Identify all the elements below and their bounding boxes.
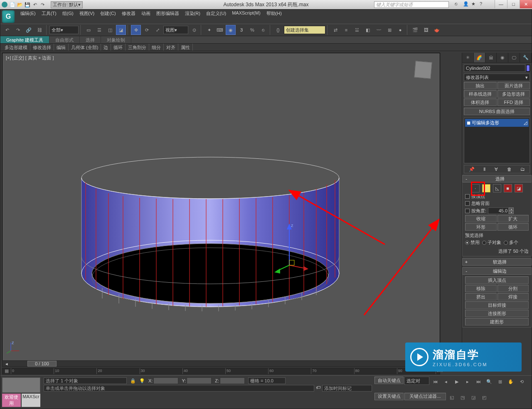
border-level-button[interactable]: ◺: [493, 184, 501, 192]
workspace-selector[interactable]: 工作台: 默认 ▾: [51, 1, 83, 8]
preview-subobj-radio[interactable]: 子对象: [482, 239, 501, 246]
ribbon-item[interactable]: 多边形建模: [2, 44, 30, 51]
ribbon-item[interactable]: 边: [101, 44, 111, 51]
play-icon[interactable]: ▶: [452, 377, 462, 387]
timeslider-prev-icon[interactable]: ◂: [2, 361, 11, 367]
pin-stack-icon[interactable]: 📌: [469, 167, 475, 172]
mod-button[interactable]: 样条线选择: [464, 90, 497, 98]
ribbon-item[interactable]: 修改选择: [30, 44, 54, 51]
show-end-result-icon[interactable]: Ⅱ: [483, 167, 485, 172]
polygon-level-button[interactable]: ■: [504, 184, 512, 192]
scale-button[interactable]: ⤢: [153, 25, 163, 35]
menu-tools[interactable]: 工具(T): [42, 10, 57, 16]
menu-animation[interactable]: 动画: [141, 10, 150, 16]
menu-bar[interactable]: 编辑(E) 工具(T) 组(G) 视图(V) 创建(C) 修改器 动画 图形编辑…: [17, 10, 532, 17]
mod-button[interactable]: 体积选择: [464, 99, 497, 106]
y-coord[interactable]: Y:: [182, 377, 212, 384]
mod-button-nurbs[interactable]: NURBS 曲面选择: [464, 108, 530, 115]
window-crossing-button[interactable]: ◪: [116, 25, 126, 35]
x-coord[interactable]: X:: [148, 377, 178, 384]
align-button[interactable]: ≡: [341, 25, 351, 35]
menu-modifiers[interactable]: 修改器: [122, 10, 135, 16]
ribbon-item[interactable]: 属性: [178, 44, 193, 51]
select-object-button[interactable]: ▭: [84, 25, 94, 35]
spinner-snap-button[interactable]: ⎋: [258, 25, 268, 35]
named-sel-sets-button[interactable]: {}: [273, 25, 283, 35]
rollout-selection-header[interactable]: -选择: [462, 175, 532, 182]
split-button[interactable]: 分割: [498, 285, 529, 292]
menu-create[interactable]: 创建(C): [100, 10, 116, 16]
preview-multi-radio[interactable]: 多个: [504, 239, 518, 246]
close-button[interactable]: ✕: [520, 0, 532, 8]
modify-tab-icon[interactable]: 🌈: [474, 53, 485, 62]
by-vertex-checkbox[interactable]: 按顶点: [465, 193, 529, 200]
exchange-icon[interactable]: ⎋: [455, 1, 461, 8]
select-by-name-button[interactable]: ☰: [94, 25, 104, 35]
shrink-button[interactable]: 收缩: [465, 215, 497, 222]
ribbon-item[interactable]: 对齐: [164, 44, 178, 51]
angle-spinner[interactable]: ▴▾: [488, 207, 514, 214]
add-time-tag[interactable]: 添加时间标记: [322, 385, 372, 392]
lock-icon[interactable]: 🔒: [130, 378, 136, 384]
remove-modifier-icon[interactable]: 🗑: [507, 167, 512, 172]
mod-button[interactable]: 面片选择: [498, 82, 530, 89]
orbit-icon[interactable]: ⟲: [517, 377, 527, 387]
angle-snap-button[interactable]: 3: [236, 25, 246, 35]
open-icon[interactable]: 📂: [17, 1, 23, 8]
maximize-button[interactable]: □: [507, 0, 520, 8]
menu-help[interactable]: 帮助(H): [266, 10, 282, 16]
trackbar-btn[interactable]: ▦: [2, 368, 11, 374]
ref-coord-system[interactable]: 视图 ▾: [163, 26, 188, 34]
ribbon-panel[interactable]: 多边形建模 修改选择 编辑 几何体 (全部) 边 循环 三角剖分 细分 对齐 属…: [0, 44, 532, 51]
ribbon-item[interactable]: 循环: [111, 44, 126, 51]
mod-button[interactable]: 抽出: [464, 82, 497, 89]
ribbon-tabs[interactable]: Graphite 建模工具 自由形式 选择 对象绘制: [0, 36, 532, 44]
rollout-edit-edges-header[interactable]: -编辑边: [462, 267, 532, 275]
select-region-button[interactable]: ◫: [105, 25, 115, 35]
goto-end-icon[interactable]: ⏭: [473, 377, 483, 387]
redo-icon[interactable]: ↷: [39, 1, 46, 8]
rollout-soft-selection-header[interactable]: +软选择: [462, 258, 532, 266]
material-editor-button[interactable]: ●: [395, 25, 405, 35]
create-tab-icon[interactable]: ✳: [462, 53, 474, 62]
z-coord[interactable]: Z:: [215, 377, 245, 384]
weld-button[interactable]: 焊接: [498, 293, 529, 301]
time-slider[interactable]: ◂ 0 / 100: [2, 360, 440, 367]
stack-item-editable-poly[interactable]: ◼ 可编辑多边形◿: [465, 119, 529, 127]
pan-icon[interactable]: ✋: [506, 377, 516, 387]
ring-button[interactable]: 环形: [465, 223, 497, 231]
help-icon[interactable]: ?: [480, 1, 486, 8]
menu-edit[interactable]: 编辑(E): [20, 10, 36, 16]
modifier-list-dropdown[interactable]: 修改器列表▾: [464, 74, 530, 81]
target-weld-button[interactable]: 目标焊接: [465, 301, 529, 309]
selection-filter[interactable]: 全部 ▾: [49, 26, 79, 34]
menu-graph-editors[interactable]: 图形编辑器: [156, 10, 179, 16]
track-bar[interactable]: ▦ 0 10 20 30 40 50 60 70 80 90 100: [2, 368, 440, 375]
schematic-view-button[interactable]: ⊞: [384, 25, 394, 35]
time-slider-thumb[interactable]: 0 / 100: [27, 361, 57, 367]
graphite-button[interactable]: ◧: [363, 25, 373, 35]
favorites-icon[interactable]: ★: [471, 1, 478, 8]
render-setup-button[interactable]: 🎬: [410, 25, 420, 35]
create-shape-button[interactable]: 建图形: [465, 318, 529, 325]
move-button[interactable]: ✥: [131, 25, 141, 35]
make-unique-icon[interactable]: ∀: [495, 167, 498, 172]
redo-button[interactable]: ↷: [13, 25, 23, 35]
grow-button[interactable]: 扩大: [498, 215, 529, 222]
prev-frame-icon[interactable]: ◂: [441, 377, 451, 387]
ribbon-item[interactable]: 几何体 (全部): [69, 44, 101, 51]
hierarchy-tab-icon[interactable]: 🏛: [485, 53, 497, 62]
render-button[interactable]: 🫖: [432, 25, 442, 35]
new-icon[interactable]: 📄: [9, 1, 16, 8]
undo-button[interactable]: ↶: [2, 25, 12, 35]
ribbon-tab-freeform[interactable]: 自由形式: [49, 36, 80, 43]
link-button[interactable]: 🔗: [24, 25, 34, 35]
help-search-input[interactable]: 键入关键字或短语: [374, 1, 449, 8]
field-of-view-icon[interactable]: ◳: [458, 393, 468, 403]
ribbon-tab-paint[interactable]: 对象绘制: [101, 36, 131, 43]
menu-group[interactable]: 组(G): [62, 10, 74, 16]
ignore-backfacing-checkbox[interactable]: 忽略背面: [465, 200, 529, 207]
vertex-level-button[interactable]: ·: [471, 184, 480, 192]
mod-button[interactable]: 多边形选择: [498, 90, 530, 98]
ribbon-item[interactable]: 三角剖分: [126, 44, 149, 51]
